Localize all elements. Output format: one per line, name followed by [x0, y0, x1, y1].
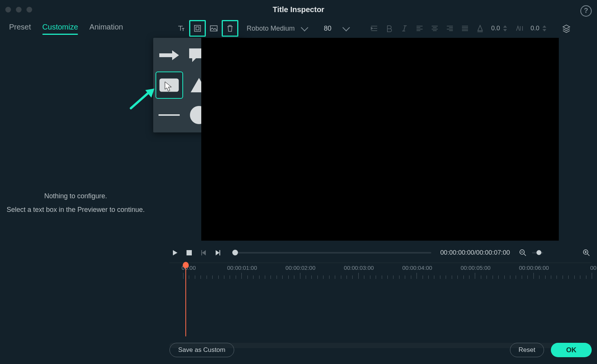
layers-button[interactable]	[559, 21, 574, 36]
save-as-custom-button[interactable]: Save as Custom	[169, 343, 234, 357]
align-left-icon	[415, 24, 424, 33]
play-button[interactable]	[169, 247, 180, 258]
font-family-value: Roboto Medium	[247, 25, 295, 33]
font-family-dropdown[interactable]: Roboto Medium	[243, 22, 311, 35]
line-icon	[159, 114, 180, 117]
step-back-icon	[201, 250, 207, 256]
step-back-button[interactable]	[198, 247, 209, 258]
tab-preset[interactable]: Preset	[9, 23, 31, 39]
shape-rounded-rect[interactable]	[155, 72, 183, 99]
tab-customize[interactable]: Customize	[42, 23, 78, 39]
empty-message-line1: Nothing to configure.	[44, 189, 107, 203]
step-forward-icon	[215, 250, 221, 256]
line-spacing-stepper[interactable]	[543, 23, 549, 34]
line-spacing-value: 0.0	[527, 25, 543, 32]
reset-button[interactable]: Reset	[510, 343, 544, 357]
ruler-label: 00:00:02:00	[286, 264, 316, 271]
align-justify-button[interactable]	[458, 21, 472, 36]
ruler-label: 00:00:05:00	[460, 264, 490, 271]
chevron-down-icon	[342, 24, 350, 31]
image-tool-button[interactable]	[207, 21, 221, 36]
help-icon[interactable]: ?	[580, 5, 592, 17]
svg-rect-4	[160, 79, 178, 91]
ruler-label: 00:00:06:00	[519, 264, 549, 271]
svg-rect-10	[187, 250, 192, 255]
trash-icon	[225, 24, 235, 33]
stop-icon	[187, 250, 192, 255]
align-center-button[interactable]	[428, 21, 442, 36]
play-icon	[172, 250, 178, 256]
minimize-dot[interactable]	[16, 7, 22, 12]
window-title: Title Inspector	[273, 5, 324, 14]
ruler-label: 00:00:03:00	[344, 264, 374, 271]
text-tool-icon	[177, 24, 186, 33]
side-panel: Nothing to configure. Select a text box …	[0, 38, 151, 364]
trash-button[interactable]	[222, 20, 238, 37]
zoom-in-icon	[583, 249, 590, 257]
ruler-label: 00:00:04:00	[402, 264, 432, 271]
ruler-label: 00:00:01:00	[227, 264, 257, 271]
align-left-button[interactable]	[412, 21, 427, 36]
align-right-button[interactable]	[443, 21, 457, 36]
kerning-button[interactable]	[512, 21, 527, 36]
svg-rect-2	[210, 26, 217, 31]
scrubber-handle[interactable]	[232, 250, 238, 255]
char-spacing-stepper[interactable]	[503, 23, 509, 34]
char-spacing-value: 0.0	[488, 25, 503, 32]
chevron-down-icon	[301, 24, 308, 31]
font-size-dropdown[interactable]: 80	[320, 22, 353, 35]
empty-message-line2: Select a text box in the Previewer to co…	[6, 203, 145, 216]
align-justify-icon	[460, 24, 470, 33]
font-size-value: 80	[324, 25, 331, 33]
rounded-rect-icon	[159, 78, 179, 92]
svg-rect-0	[194, 25, 201, 31]
align-right-icon	[445, 24, 454, 33]
footer: Save as Custom Reset OK	[169, 341, 592, 359]
shapes-tool-icon	[193, 24, 202, 33]
ok-button[interactable]: OK	[551, 343, 592, 357]
toolbar: Roboto Medium 80 0.0 0.0	[151, 21, 597, 36]
playback-bar: 00:00:00:00/00:00:07:00	[169, 245, 592, 260]
scrubber-track[interactable]	[232, 252, 431, 254]
ruler-label: 00:00	[590, 264, 597, 271]
timecode-display: 00:00:00:00/00:00:07:00	[440, 249, 510, 257]
kerning-icon	[515, 24, 524, 33]
playhead[interactable]	[185, 262, 191, 280]
text-color-icon	[476, 24, 485, 33]
step-forward-button[interactable]	[213, 247, 223, 258]
shapes-tool-button[interactable]	[189, 20, 206, 37]
layers-icon	[562, 24, 571, 33]
close-dot[interactable]	[5, 7, 11, 12]
zoom-slider[interactable]	[532, 252, 543, 254]
zoom-out-icon	[519, 249, 527, 257]
text-color-button[interactable]	[473, 21, 487, 36]
indent-icon	[370, 24, 379, 33]
zoom-out-button[interactable]	[518, 247, 528, 258]
shape-line[interactable]	[155, 101, 183, 129]
image-tool-icon	[209, 24, 218, 33]
bold-button[interactable]	[382, 21, 396, 36]
zoom-dot[interactable]	[26, 7, 32, 12]
preview-canvas[interactable]	[201, 38, 559, 241]
indent-button[interactable]	[367, 21, 381, 36]
stop-button[interactable]	[184, 247, 194, 258]
timeline-ruler[interactable]: 00:0000:00:01:0000:00:02:0000:00:03:0000…	[169, 263, 592, 280]
window-controls[interactable]	[5, 7, 32, 12]
tab-animation[interactable]: Animation	[89, 23, 123, 39]
svg-rect-1	[196, 27, 199, 30]
align-center-icon	[430, 24, 439, 33]
shape-arrow-right[interactable]	[155, 42, 183, 69]
titlebar: Title Inspector ?	[0, 0, 597, 19]
zoom-handle[interactable]	[536, 250, 541, 255]
italic-button[interactable]	[397, 21, 412, 36]
arrow-right-icon	[159, 50, 180, 61]
zoom-in-button[interactable]	[581, 247, 592, 258]
svg-rect-6	[159, 114, 180, 116]
timeline[interactable]: 00:0000:00:01:0000:00:02:0000:00:03:0000…	[169, 263, 592, 338]
text-tool-button[interactable]	[174, 21, 188, 36]
mode-tabs: Preset Customize Animation	[9, 23, 123, 39]
italic-icon	[400, 24, 409, 33]
bold-icon	[385, 24, 394, 33]
